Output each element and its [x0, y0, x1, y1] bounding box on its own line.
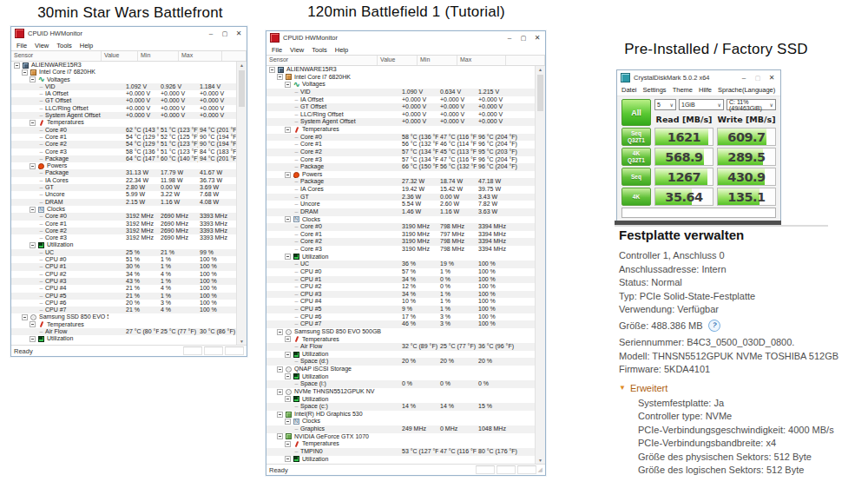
tree-expand-toggle[interactable]	[30, 242, 36, 248]
menu-item[interactable]: Settings	[643, 86, 667, 94]
tree-expand-toggle[interactable]	[22, 69, 28, 76]
tree-expand-toggle[interactable]	[277, 366, 283, 373]
erweitert-expander[interactable]: ▼ Erweitert	[619, 383, 845, 393]
tree-expand-toggle[interactable]	[30, 76, 36, 82]
column-header-sensor[interactable]: Sensor	[266, 56, 378, 65]
target-drive-dropdown[interactable]: C: 11% (49/463GiB)∨	[727, 99, 776, 110]
scroll-up-icon[interactable]: ▲	[240, 62, 244, 69]
menu-item[interactable]: File	[272, 46, 282, 54]
menu-item[interactable]: Help	[335, 46, 348, 54]
tree-expand-toggle[interactable]	[285, 254, 291, 260]
menu-item[interactable]: File	[16, 42, 27, 49]
tree-expand-toggle[interactable]	[30, 207, 36, 213]
tree-expand-toggle[interactable]	[30, 321, 36, 327]
sensor-group-row[interactable]: QNAP iSCSI Storage	[266, 366, 535, 373]
resize-grip[interactable]: ◢	[538, 466, 542, 473]
tree-expand-toggle[interactable]	[277, 74, 283, 80]
tree-expand-toggle[interactable]	[285, 82, 291, 88]
sensor-group-row[interactable]: Clocks	[11, 206, 236, 213]
sensor-group-row[interactable]: Powers	[11, 162, 236, 169]
tree-expand-toggle[interactable]	[277, 329, 283, 335]
sensor-group-row[interactable]: Clocks	[266, 418, 535, 425]
column-header-sensor[interactable]: Sensor	[11, 51, 102, 61]
menu-item[interactable]: View	[35, 42, 49, 49]
tree-expand-toggle[interactable]	[285, 456, 291, 462]
test-row-button[interactable]: Seq	[621, 168, 651, 186]
sensor-group-row[interactable]: Utilization	[11, 335, 236, 342]
test-size-dropdown[interactable]: 1GiB∨	[679, 99, 724, 110]
sensor-group-row[interactable]: NVIDIA GeForce GTX 1070	[266, 433, 535, 441]
sensor-group-row[interactable]: Samsung SSD 850 EVO 500GB	[266, 328, 535, 336]
sensor-group-row[interactable]: Temperatures	[266, 440, 535, 448]
minimize-button[interactable]: –	[737, 72, 751, 83]
menu-item[interactable]: Datei	[621, 86, 637, 94]
minimize-button[interactable]: –	[204, 28, 218, 39]
menu-item[interactable]: Hilfe	[699, 86, 712, 94]
tree-expand-toggle[interactable]	[30, 336, 36, 342]
tree-expand-toggle[interactable]	[14, 63, 20, 69]
column-header-value[interactable]: Value	[102, 51, 138, 61]
minimize-button[interactable]: –	[503, 32, 516, 43]
tree-expand-toggle[interactable]	[285, 396, 291, 402]
sensor-group-row[interactable]: Temperatures	[266, 336, 535, 344]
sensor-group-row[interactable]: Utilization	[266, 396, 535, 404]
menu-item[interactable]: Tools	[56, 42, 72, 49]
tree-expand-toggle[interactable]	[285, 419, 291, 425]
tree-expand-toggle[interactable]	[285, 373, 291, 379]
sensor-group-row[interactable]: Temperatures	[11, 321, 236, 328]
maximize-button[interactable]: ▢	[516, 32, 530, 43]
sensor-group-row[interactable]: Utilization	[266, 254, 535, 261]
titlebar[interactable]: CPUID HWMonitor – ▢ ✕	[11, 27, 247, 40]
sensor-group-row[interactable]: ALIENWARE15R3	[266, 66, 535, 74]
tree-expand-toggle[interactable]	[277, 412, 283, 418]
tree-expand-toggle[interactable]	[269, 67, 275, 73]
tree-expand-toggle[interactable]	[285, 441, 291, 447]
tree-expand-toggle[interactable]	[285, 127, 291, 133]
sensor-group-row[interactable]: Utilization	[11, 241, 236, 248]
sensor-group-row[interactable]: Voltages	[11, 76, 236, 83]
test-count-dropdown[interactable]: 5∨	[654, 99, 676, 110]
sensor-group-row[interactable]: Intel(R) HD Graphics 530	[266, 411, 535, 419]
tree-expand-toggle[interactable]	[285, 336, 291, 342]
menu-item[interactable]: View	[290, 46, 304, 54]
tree-expand-toggle[interactable]	[285, 172, 291, 178]
sensor-group-row[interactable]: Samsung SSD 850 EVO 500GB	[11, 313, 236, 320]
column-header-max[interactable]: Max	[457, 56, 506, 65]
vertical-scrollbar[interactable]: ▲ ▼	[535, 66, 545, 464]
tree-expand-toggle[interactable]	[277, 389, 283, 395]
titlebar[interactable]: CrystalDiskMark 5.0.2 x64 – ▢ ✕	[617, 70, 780, 84]
test-row-button[interactable]: 4KQ32T1	[621, 148, 651, 166]
tree-expand-toggle[interactable]	[22, 314, 28, 320]
help-icon[interactable]: ?	[707, 319, 721, 333]
sensor-group-row[interactable]: Clocks	[266, 216, 535, 224]
tree-expand-toggle[interactable]	[277, 433, 283, 439]
menu-item[interactable]: Theme	[673, 86, 693, 94]
scroll-thumb[interactable]	[239, 70, 245, 107]
sensor-group-row[interactable]: Temperatures	[266, 126, 535, 134]
menu-item[interactable]: Help	[80, 42, 93, 49]
test-row-button[interactable]: 4K	[621, 188, 651, 206]
column-header-value[interactable]: Value	[378, 56, 418, 65]
menu-item[interactable]: Tools	[312, 46, 327, 54]
maximize-button[interactable]: ▢	[218, 28, 232, 39]
sensor-group-row[interactable]: ALIENWARE15R3	[11, 62, 236, 69]
sensor-group-row[interactable]: Intel Core i7 6820HK	[266, 74, 535, 82]
sensor-group-row[interactable]: Intel Core i7 6820HK	[11, 69, 236, 76]
scroll-down-icon[interactable]: ▼	[538, 457, 542, 464]
close-button[interactable]: ✕	[765, 72, 779, 83]
sensor-group-row[interactable]: Utilization	[266, 351, 535, 359]
vertical-scrollbar[interactable]: ▲ ▼	[236, 62, 247, 345]
sensor-group-row[interactable]: Voltages	[266, 81, 535, 89]
close-button[interactable]: ✕	[530, 32, 544, 43]
tree-expand-toggle[interactable]	[285, 352, 291, 358]
sensor-group-row[interactable]: Utilization	[266, 456, 535, 464]
close-button[interactable]: ✕	[232, 28, 246, 39]
titlebar[interactable]: CPUID HWMonitor – ▢ ✕	[266, 31, 545, 44]
column-header-min[interactable]: Min	[418, 56, 457, 65]
comment-input[interactable]	[621, 208, 776, 218]
sensor-group-row[interactable]: Powers	[266, 171, 535, 179]
test-row-button[interactable]: SeqQ32T1	[621, 128, 651, 146]
column-header-min[interactable]: Min	[138, 51, 179, 61]
tree-expand-toggle[interactable]	[30, 163, 36, 169]
all-test-button[interactable]: All	[621, 99, 651, 126]
